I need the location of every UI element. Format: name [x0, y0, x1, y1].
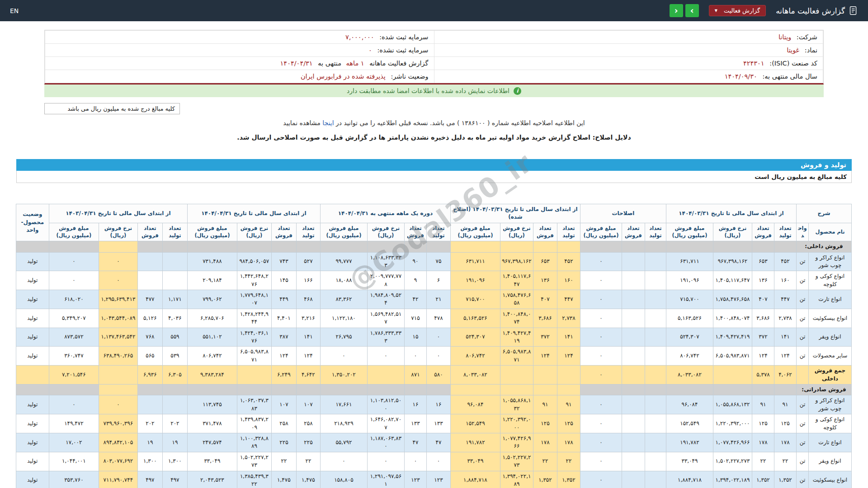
- table-cell: تن: [796, 452, 808, 471]
- table-cell: ۱,۴۰۵,۱۱۷,۶۴۷: [713, 271, 752, 290]
- table-cell: [622, 384, 645, 395]
- product-name-cell: سایر محصولات: [809, 347, 852, 366]
- table-cell: ۴,۰۳۶: [162, 309, 187, 328]
- table-cell: ۱۶: [426, 395, 450, 414]
- table-cell: ۸۷۱: [404, 366, 426, 385]
- table-cell: ۵,۱۲۶: [137, 309, 162, 328]
- table-cell: ۶,۲۸۵,۷۰۶: [187, 309, 237, 328]
- table-cell: [162, 241, 187, 252]
- prev-report-button[interactable]: ‹: [670, 4, 683, 17]
- table-cell: ۷۱۵: [404, 309, 426, 328]
- language-toggle-en[interactable]: EN: [10, 7, 19, 14]
- company-cell: شرکت: ویتانا: [434, 31, 823, 44]
- table-cell: ۰: [580, 452, 622, 471]
- column-header: تعداد فروش: [271, 223, 296, 241]
- table-cell: ۹۶۷,۳۹۸,۱۶۲: [713, 252, 752, 271]
- column-header: تعداد فروش: [622, 223, 645, 241]
- table-cell: ۱,۳۸۵,۴۳۹,۳۲۲: [237, 471, 271, 488]
- table-cell: ۷۱۵,۷۰۰: [666, 290, 713, 309]
- table-cell: ۹۱: [774, 395, 796, 414]
- table-cell: [16, 241, 49, 252]
- table-cell: ۳,۲۱۶: [296, 309, 320, 328]
- table-cell: ۵,۳۷۸: [752, 366, 774, 385]
- table-cell: تن: [796, 290, 808, 309]
- table-cell: ۹۹,۷۷۷: [320, 252, 367, 271]
- table-cell: ۸,۰۳۳,۰۸۲: [666, 366, 713, 385]
- status-cell: تولید: [16, 290, 49, 309]
- table-cell: ۵,۱۶۳,۵۲۶: [450, 309, 500, 328]
- table-cell: ۱۲۵: [774, 414, 796, 433]
- previous-version-link[interactable]: اینجا: [322, 119, 334, 127]
- table-cell: ۱,۴۳۹,۸۳۷,۲۰۹: [237, 414, 271, 433]
- amendment-notice: این اطلاعیه اصلاحیه اطلاعیه شماره ( ۱۳۸۶…: [0, 119, 868, 127]
- table-cell: ۸۹۴,۸۴۲,۱۰۵: [99, 433, 137, 452]
- table-cell: [713, 384, 752, 395]
- table-cell: ۱,۵۰۲,۲۲۷,۲۷۳: [237, 452, 271, 471]
- table-cell: ۴۷۸: [426, 309, 450, 328]
- table-cell: ۱,۱۸۷,۰۶۳,۸۳۰: [367, 433, 404, 452]
- table-cell: ۱,۵۰۲,۲۲۷,۲۷۳: [713, 452, 752, 471]
- table-cell: ۷۵: [426, 252, 450, 271]
- table-cell: [137, 271, 162, 290]
- table-cell: ۵,۱۶۳,۵۲۶: [666, 309, 713, 328]
- table-cell: [645, 271, 666, 290]
- table-cell: ۱,۵۰۲,۲۲۷,۲۷۳: [500, 452, 533, 471]
- table-cell: ۴۵۲: [774, 252, 796, 271]
- table-cell: ۱,۰۵۵,۸۶۸,۱۳۲: [500, 395, 533, 414]
- table-cell: [426, 241, 450, 252]
- table-cell: ۱۵۸,۸۰۵: [320, 471, 367, 488]
- table-cell: ۴۲: [404, 290, 426, 309]
- table-cell: ۱۴۹,۴۷۲: [49, 414, 99, 433]
- company-label: شرکت:: [797, 33, 817, 41]
- table-cell: ۵۲۴,۳۰۷: [450, 328, 500, 347]
- isic-cell: کد صنعت (ISIC): ۴۲۴۳۰۱: [434, 57, 823, 70]
- table-cell: [320, 384, 367, 395]
- next-report-button[interactable]: ›: [685, 4, 699, 17]
- table-cell: تن: [796, 328, 808, 347]
- table-cell: ۱,۶۴۶,۰۸۲,۷۰۷: [367, 414, 404, 433]
- table-cell: ۱۴۱: [557, 328, 580, 347]
- table-cell: [622, 471, 645, 488]
- table-cell: ۰: [404, 347, 426, 366]
- table-cell: ۱,۰۴۳,۵۴۴,۰۸۹: [99, 309, 137, 328]
- table-cell: ۳۷۲: [752, 328, 774, 347]
- table-cell: ۱,۱۰۳,۸۱۲,۵۰۰: [367, 395, 404, 414]
- table-cell: ۴۹۷: [162, 471, 187, 488]
- table-cell: ۶: [426, 271, 450, 290]
- table-cell: ۱۲۵: [557, 414, 580, 433]
- table-cell: [557, 384, 580, 395]
- report-connector: منتهی به: [318, 60, 341, 67]
- table-cell: ۶,۵۰۵,۹۸۳,۸۷۱: [713, 347, 752, 366]
- table-cell: ۶۳۸,۴۹۰,۲۶۵: [99, 347, 137, 366]
- table-cell: ۱,۳۹۴,۰۲۲,۱۸۹: [500, 471, 533, 488]
- table-cell: ۴۷: [404, 433, 426, 452]
- table-cell: [137, 395, 162, 414]
- table-cell: ۱,۰۷۷,۴۲۶,۹۶۶: [500, 433, 533, 452]
- column-header: تعداد فروش: [137, 223, 162, 241]
- table-cell: [162, 384, 187, 395]
- table-cell: ۴۷: [426, 433, 450, 452]
- info-row: شرکت: ویتانا سرمایه ثبت شده: ۷,۰۰۰,۰۰۰: [45, 31, 823, 44]
- info-icon: i: [514, 87, 521, 95]
- symbol-value: غویتا: [787, 47, 799, 54]
- table-cell: ۱۴۵: [271, 271, 296, 290]
- table-cell: ۴,۴۰۱: [271, 309, 296, 328]
- table-cell: [645, 328, 666, 347]
- report-type-dropdown[interactable]: گزارش فعالیت ▼: [709, 5, 766, 16]
- table-cell: ۹۶۷,۳۹۸,۱۶۲: [500, 252, 533, 271]
- table-cell: [774, 241, 796, 252]
- table-cell: ۱,۱۰۰,۳۲۸,۸۸۹: [237, 433, 271, 452]
- table-cell: ۴۴۷: [774, 290, 796, 309]
- table-cell: [645, 290, 666, 309]
- product-name-cell: انواع تارت: [809, 433, 852, 452]
- table-cell: ۷,۲۰۱,۵۴۶: [49, 366, 99, 385]
- table-cell: ۰: [49, 252, 99, 271]
- table-cell: ۱,۷۸۶,۳۳۳,۳۳۳: [367, 328, 404, 347]
- table-cell: [16, 384, 49, 395]
- table-cell: ۱۴۱: [774, 328, 796, 347]
- table-cell: ۶,۹۳۶: [137, 366, 162, 385]
- table-cell: [645, 309, 666, 328]
- table-cell: ۴,۶۴۲: [296, 366, 320, 385]
- table-cell: [645, 452, 666, 471]
- status-cell: تولید: [16, 395, 49, 414]
